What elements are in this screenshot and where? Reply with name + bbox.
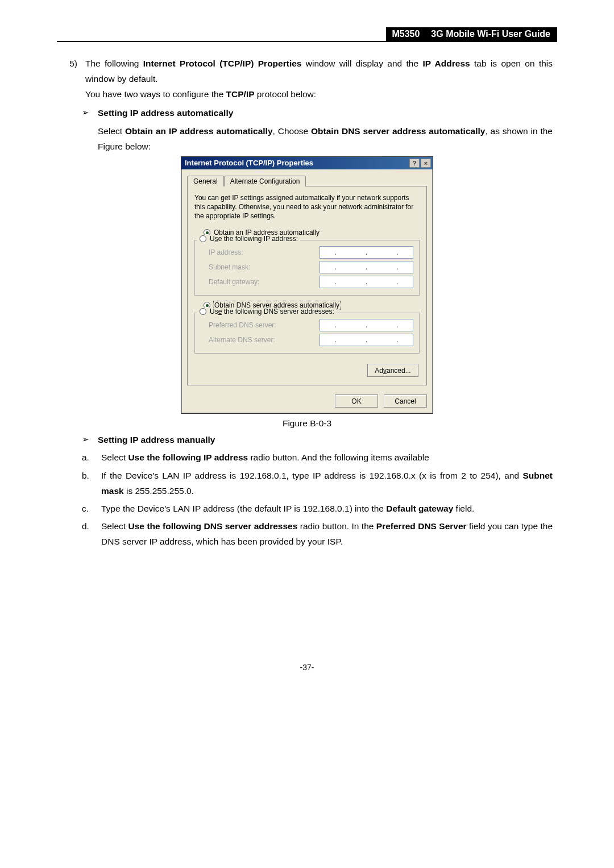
item-text: If the Device's LAN IP address is 192.16… — [101, 468, 553, 499]
gateway-input[interactable]: ... — [320, 276, 413, 288]
item-text: Select Use the following IP address radi… — [101, 450, 429, 465]
auto-text: Select Obtain an IP address automaticall… — [98, 123, 553, 154]
subnet-row: Subnet mask: ... — [209, 261, 413, 273]
step-number: 5) — [61, 56, 77, 102]
preferred-dns-label: Preferred DNS server: — [209, 321, 276, 329]
ip-address-label: IP address: — [209, 248, 243, 256]
dialog-footer: OK Cancel — [181, 390, 433, 413]
item-text: Type the Device's LAN IP address (the de… — [101, 501, 474, 516]
cancel-button[interactable]: Cancel — [384, 394, 427, 408]
subnet-label: Subnet mask: — [209, 263, 250, 271]
close-button[interactable]: × — [421, 159, 431, 168]
subnet-input[interactable]: ... — [320, 261, 413, 273]
doc-header-model: M5350 — [386, 27, 425, 41]
tcpip-properties-dialog: Internet Protocol (TCP/IP) Properties ? … — [181, 156, 433, 414]
step-body: The following Internet Protocol (TCP/IP)… — [85, 56, 553, 102]
ip-fieldset: Use the following IP address: IP address… — [194, 240, 420, 296]
text-bold: Internet Protocol (TCP/IP) Properties — [143, 59, 302, 68]
help-button[interactable]: ? — [409, 159, 420, 168]
dialog-description: You can get IP settings assigned automat… — [194, 193, 420, 221]
item-letter: c. — [82, 501, 93, 516]
tab-alternate-config[interactable]: Alternate Configuration — [224, 176, 306, 186]
item-text: Select Use the following DNS server addr… — [101, 518, 553, 549]
preferred-dns-input[interactable]: ... — [320, 319, 413, 331]
text: , Choose — [273, 126, 311, 136]
alternate-dns-label: Alternate DNS server: — [209, 336, 275, 344]
heading-manual: Setting IP address manually — [98, 432, 215, 447]
triangle-right-icon: ➢ — [82, 432, 92, 447]
radio-icon — [200, 308, 206, 315]
gateway-label: Default gateway: — [209, 278, 259, 286]
text-bold: TCP/IP — [226, 89, 255, 99]
dialog-body: General Alternate Configuration You can … — [181, 169, 433, 391]
text: Select — [98, 126, 125, 136]
doc-header-title: 3G Mobile Wi-Fi User Guide — [425, 27, 557, 41]
dialog-title: Internet Protocol (TCP/IP) Properties — [185, 159, 313, 167]
radio-icon — [200, 235, 206, 242]
text-bold: Obtain DNS server address automatically — [311, 126, 485, 136]
item-c: c. Type the Device's LAN IP address (the… — [82, 501, 553, 516]
radio-label: Use the following IP address: — [210, 235, 298, 243]
advanced-button[interactable]: Advanced... — [367, 364, 418, 377]
bullet-manual-heading: ➢ Setting IP address manually — [82, 432, 553, 447]
radio-use-dns[interactable]: Use the following DNS server addresses: — [197, 308, 337, 315]
page-number: -37- — [57, 663, 557, 672]
dialog-titlebar: Internet Protocol (TCP/IP) Properties ? … — [181, 157, 433, 169]
ip-address-row: IP address: ... — [209, 246, 413, 259]
text-bold: IP Address — [422, 59, 470, 68]
item-d: d. Select Use the following DNS server a… — [82, 518, 553, 549]
advanced-row: Advanced... — [194, 359, 420, 377]
item-letter: a. — [82, 450, 93, 465]
heading-auto: Setting IP address automatically — [98, 105, 233, 121]
triangle-right-icon: ➢ — [82, 105, 92, 121]
step-5: 5) The following Internet Protocol (TCP/… — [61, 56, 553, 102]
doc-header: M5350 3G Mobile Wi-Fi User Guide — [57, 27, 557, 41]
ip-address-input[interactable]: ... — [320, 246, 413, 259]
gateway-row: Default gateway: ... — [209, 276, 413, 288]
item-b: b. If the Device's LAN IP address is 192… — [82, 468, 553, 499]
preferred-dns-row: Preferred DNS server: ... — [209, 319, 413, 331]
item-letter: d. — [82, 518, 93, 549]
header-rule — [57, 41, 557, 42]
dns-fieldset: Use the following DNS server addresses: … — [194, 313, 420, 354]
alternate-dns-input[interactable]: ... — [320, 334, 413, 346]
text-bold: Obtain an IP address automatically — [125, 126, 273, 136]
page-content: 5) The following Internet Protocol (TCP/… — [57, 56, 557, 549]
radio-label: Use the following DNS server addresses: — [210, 308, 334, 315]
alternate-dns-row: Alternate DNS server: ... — [209, 334, 413, 346]
text: protocol below: — [255, 89, 317, 99]
button-label: Advanced... — [375, 367, 410, 375]
text: You have two ways to configure the — [85, 89, 226, 99]
bullet-auto-heading: ➢ Setting IP address automatically — [82, 105, 553, 121]
tab-general[interactable]: General — [187, 176, 224, 186]
item-letter: b. — [82, 468, 93, 499]
radio-use-ip[interactable]: Use the following IP address: — [197, 235, 300, 243]
tab-strip: General Alternate Configuration — [187, 175, 427, 186]
text: The following — [85, 59, 143, 68]
text: window will display and the — [301, 59, 422, 68]
figure-caption: Figure B-0-3 — [61, 418, 553, 429]
item-a: a. Select Use the following IP address r… — [82, 450, 553, 465]
ok-button[interactable]: OK — [335, 394, 378, 408]
tab-panel: You can get IP settings assigned automat… — [187, 186, 427, 386]
